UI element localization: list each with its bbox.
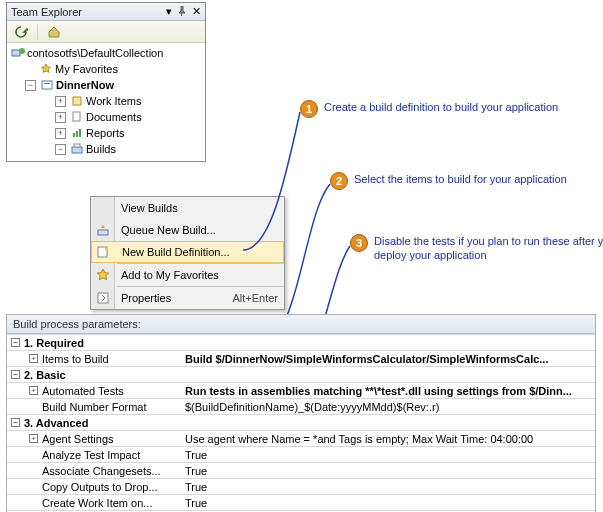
collapse-icon[interactable]: −: [11, 338, 20, 347]
team-explorer-panel: Team Explorer ▾ ✕ contosotfs\DefaultColl…: [6, 2, 206, 162]
panel-title: Team Explorer: [11, 6, 166, 18]
workitems-node[interactable]: + Work Items: [9, 93, 203, 109]
callout-text-2: Select the items to build for your appli…: [354, 172, 567, 190]
builds-context-menu: View Builds Queue New Build... New Build…: [90, 196, 285, 310]
close-icon[interactable]: ✕: [192, 5, 201, 18]
my-favorites-node[interactable]: My Favorites: [9, 61, 203, 77]
callout-3: 3 Disable the tests if you plan to run t…: [350, 234, 603, 262]
builds-icon: [70, 143, 84, 155]
svg-rect-8: [79, 129, 81, 137]
callout-1: 1 Create a build definition to build you…: [300, 100, 570, 118]
queue-icon: [94, 221, 112, 239]
menu-view-builds[interactable]: View Builds: [91, 197, 284, 219]
refresh-icon: [14, 25, 28, 39]
panel-toolbar: [7, 21, 205, 43]
grid-title: Build process parameters:: [7, 315, 595, 334]
row-build-number-format[interactable]: Build Number Format $(BuildDefinitionNam…: [7, 398, 595, 414]
project-node[interactable]: − DinnerNow: [9, 77, 203, 93]
row-copy-outputs[interactable]: Copy Outputs to Drop... True: [7, 478, 595, 494]
home-button[interactable]: [44, 23, 64, 41]
expand-icon[interactable]: +: [55, 96, 66, 107]
workitems-icon: [70, 95, 84, 107]
callout-number-3: 3: [350, 234, 368, 252]
tree-view[interactable]: contosotfs\DefaultCollection My Favorite…: [7, 43, 205, 161]
callout-number-1: 1: [300, 100, 318, 118]
callout-2: 2 Select the items to build for your app…: [330, 172, 600, 190]
refresh-button[interactable]: [11, 23, 31, 41]
menu-new-build-definition[interactable]: New Build Definition...: [91, 241, 284, 263]
home-icon: [47, 25, 61, 39]
new-definition-icon: [95, 243, 113, 261]
svg-rect-3: [44, 83, 50, 84]
dropdown-icon[interactable]: ▾: [166, 5, 172, 18]
svg-rect-2: [42, 81, 52, 89]
category-advanced[interactable]: −3. Advanced: [7, 414, 595, 430]
collapse-icon[interactable]: −: [11, 418, 20, 427]
documents-node[interactable]: + Documents: [9, 109, 203, 125]
panel-titlebar[interactable]: Team Explorer ▾ ✕: [7, 3, 205, 21]
svg-rect-10: [74, 144, 80, 147]
collection-node[interactable]: contosotfs\DefaultCollection: [9, 45, 203, 61]
row-automated-tests[interactable]: +Automated Tests Run tests in assemblies…: [7, 382, 595, 398]
documents-icon: [70, 111, 84, 123]
svg-rect-9: [72, 147, 82, 153]
collapse-icon[interactable]: −: [25, 80, 36, 91]
row-analyze-test-impact[interactable]: Analyze Test Impact True: [7, 446, 595, 462]
builds-node[interactable]: − Builds: [9, 141, 203, 157]
expand-icon[interactable]: +: [29, 434, 38, 443]
reports-node[interactable]: + Reports: [9, 125, 203, 141]
row-agent-settings[interactable]: +Agent Settings Use agent where Name = *…: [7, 430, 595, 446]
callout-text-3: Disable the tests if you plan to run the…: [374, 234, 603, 262]
svg-rect-7: [76, 131, 78, 137]
pin-icon[interactable]: [178, 6, 186, 18]
svg-rect-0: [12, 50, 20, 56]
reports-icon: [70, 127, 84, 139]
star-icon: [94, 266, 112, 284]
svg-point-1: [19, 48, 25, 54]
expand-icon[interactable]: +: [55, 112, 66, 123]
collapse-icon[interactable]: −: [55, 144, 66, 155]
row-items-to-build[interactable]: +Items to Build Build $/DinnerNow/Simple…: [7, 350, 595, 366]
menu-add-favorites[interactable]: Add to My Favorites: [91, 264, 284, 286]
properties-icon: [94, 289, 112, 307]
menu-properties[interactable]: Properties Alt+Enter: [91, 287, 284, 309]
callout-text-1: Create a build definition to build your …: [324, 100, 558, 118]
category-required[interactable]: −1. Required: [7, 334, 595, 350]
project-icon: [40, 79, 54, 91]
svg-rect-11: [98, 230, 108, 235]
star-icon: [39, 63, 53, 75]
collapse-icon[interactable]: −: [11, 370, 20, 379]
svg-rect-6: [73, 133, 75, 137]
row-create-workitem[interactable]: Create Work Item on... True: [7, 494, 595, 510]
category-basic[interactable]: −2. Basic: [7, 366, 595, 382]
server-icon: [11, 47, 25, 59]
expand-icon[interactable]: +: [29, 354, 38, 363]
menu-queue-build[interactable]: Queue New Build...: [91, 219, 284, 241]
build-parameters-grid: Build process parameters: −1. Required +…: [6, 314, 596, 512]
svg-rect-4: [73, 97, 81, 105]
expand-icon[interactable]: +: [55, 128, 66, 139]
expand-icon[interactable]: +: [29, 386, 38, 395]
svg-rect-13: [98, 293, 108, 303]
shortcut-text: Alt+Enter: [232, 292, 278, 304]
row-associate-changesets[interactable]: Associate Changesets... True: [7, 462, 595, 478]
callout-number-2: 2: [330, 172, 348, 190]
svg-rect-5: [73, 112, 80, 121]
